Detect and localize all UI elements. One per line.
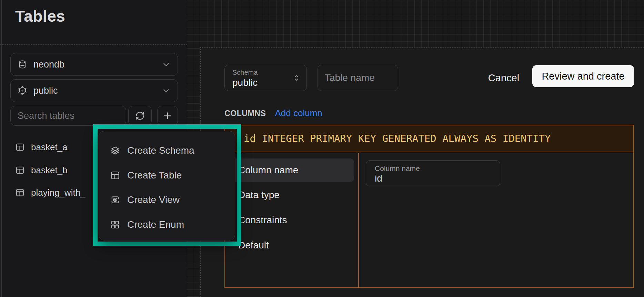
chevron-up-down-icon <box>292 73 301 82</box>
columns-header: COLUMNS Add column <box>224 108 322 119</box>
menu-item-label: Create Enum <box>127 219 184 230</box>
nav-item-data-type[interactable]: Data type <box>229 183 354 207</box>
table-name-input[interactable] <box>325 72 391 83</box>
nav-item-label: Default <box>238 240 269 251</box>
chevron-down-icon <box>162 60 171 69</box>
layers-icon <box>110 145 120 156</box>
table-icon <box>15 165 25 175</box>
column-sql-text: id INTEGER PRIMARY KEY GENERATED ALWAYS … <box>225 133 551 144</box>
grid-squares-icon <box>110 219 120 230</box>
nav-item-label: Constraints <box>238 215 287 226</box>
table-icon <box>110 170 120 181</box>
add-column-link[interactable]: Add column <box>275 108 322 119</box>
refresh-icon <box>135 111 145 121</box>
schema-graph-icon <box>18 86 27 95</box>
schema-select-value: public <box>33 85 58 96</box>
table-name-label: basket_a <box>31 142 68 153</box>
column-name-field: Column name <box>366 160 500 186</box>
menu-item-label: Create Schema <box>127 145 194 156</box>
database-select-value: neondb <box>33 59 64 70</box>
table-name-field <box>318 65 398 91</box>
column-name-field-label: Column name <box>375 164 500 173</box>
review-and-create-button[interactable]: Review and create <box>532 65 634 87</box>
column-name-input[interactable] <box>375 173 489 184</box>
add-table-button[interactable] <box>157 106 178 126</box>
cancel-button[interactable]: Cancel <box>483 68 524 88</box>
refresh-button[interactable] <box>128 106 152 126</box>
columns-heading: COLUMNS <box>224 109 266 118</box>
nav-item-constraints[interactable]: Constraints <box>229 208 354 232</box>
schema-dropdown-label: Schema <box>232 69 300 76</box>
nav-item-column-name[interactable]: Column name <box>229 158 354 182</box>
plus-icon <box>162 111 173 121</box>
search-tables-field <box>10 106 126 126</box>
sidebar-divider <box>0 44 187 45</box>
search-input[interactable] <box>18 111 119 121</box>
table-icon <box>15 142 25 152</box>
schema-dropdown-value: public <box>232 77 300 88</box>
nav-item-label: Column name <box>238 165 298 176</box>
table-name-label: basket_b <box>31 165 68 176</box>
menu-item-create-enum[interactable]: Create Enum <box>99 212 235 237</box>
schema-select[interactable]: public <box>10 79 178 102</box>
menu-item-label: Create Table <box>127 170 182 181</box>
column-properties-nav: Column name Data type Constraints Defaul… <box>225 153 359 287</box>
chevron-down-icon <box>162 86 171 95</box>
table-icon <box>15 188 25 197</box>
column-sql-row[interactable]: id INTEGER PRIMARY KEY GENERATED ALWAYS … <box>225 125 633 152</box>
menu-item-create-schema[interactable]: Create Schema <box>99 138 235 163</box>
table-name-label: playing_with_ <box>31 187 85 198</box>
view-eye-icon <box>110 195 120 205</box>
menu-item-create-table[interactable]: Create Table <box>99 163 235 188</box>
nav-item-default[interactable]: Default <box>229 234 354 257</box>
nav-item-label: Data type <box>238 190 280 201</box>
column-detail-pane: Column name <box>360 153 633 287</box>
create-menu: Create Schema Create Table Create View C… <box>99 131 235 240</box>
page-title: Tables <box>15 7 65 25</box>
menu-item-create-view[interactable]: Create View <box>99 187 235 212</box>
column-editor-panel: id INTEGER PRIMARY KEY GENERATED ALWAYS … <box>224 125 634 288</box>
schema-dropdown[interactable]: Schema public <box>224 65 307 91</box>
create-table-panel: Schema public Cancel Review and create C… <box>200 47 644 297</box>
menu-item-label: Create View <box>127 194 180 205</box>
database-icon <box>18 60 27 69</box>
database-select[interactable]: neondb <box>10 53 178 76</box>
